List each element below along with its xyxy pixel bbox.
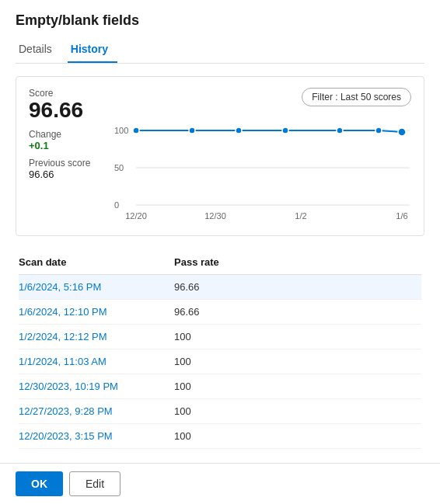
bottom-bar: OK Edit (0, 463, 440, 504)
tab-history[interactable]: History (68, 38, 117, 63)
svg-point-13 (282, 127, 288, 134)
score-label: Score (29, 88, 90, 99)
row-pass: 100 (174, 430, 299, 442)
svg-text:0: 0 (114, 200, 119, 210)
row-pass: 100 (174, 405, 299, 417)
edit-button[interactable]: Edit (69, 471, 120, 496)
row-date[interactable]: 1/2/2024, 12:12 PM (19, 331, 174, 342)
page-title: Empty/blank fields (16, 12, 424, 29)
svg-point-12 (236, 127, 242, 134)
row-date[interactable]: 1/6/2024, 5:16 PM (19, 281, 174, 293)
table-header: Scan date Pass rate (19, 252, 421, 275)
change-label: Change (29, 129, 90, 140)
col-pass-header: Pass rate (174, 256, 299, 268)
col-date-header: Scan date (19, 256, 174, 268)
score-value: 96.66 (29, 99, 90, 123)
prev-score-value: 96.66 (29, 169, 90, 180)
svg-point-10 (133, 127, 139, 134)
svg-point-16 (398, 128, 406, 136)
table-row: 1/1/2024, 11:03 AM 100 (19, 349, 421, 374)
row-date[interactable]: 12/30/2023, 10:19 PM (19, 381, 174, 392)
row-pass: 96.66 (174, 306, 299, 318)
svg-text:1/6: 1/6 (396, 211, 407, 221)
tab-details[interactable]: Details (16, 38, 61, 63)
row-pass: 100 (174, 356, 299, 367)
ok-button[interactable]: OK (16, 471, 63, 496)
table-row: 1/2/2024, 12:12 PM 100 (19, 325, 421, 349)
row-date[interactable]: 1/6/2024, 12:10 PM (19, 306, 174, 318)
svg-point-14 (337, 127, 343, 134)
row-date[interactable]: 1/1/2024, 11:03 AM (19, 356, 174, 367)
table-row: 12/27/2023, 9:28 PM 100 (19, 399, 421, 424)
filter-button[interactable]: Filter : Last 50 scores (302, 88, 411, 106)
svg-point-15 (375, 127, 382, 134)
svg-point-11 (189, 127, 195, 134)
table-row: 12/20/2023, 3:15 PM 100 (19, 424, 421, 449)
svg-text:12/30: 12/30 (204, 211, 226, 221)
row-pass: 96.66 (174, 281, 299, 293)
tabs: Details History (16, 38, 424, 64)
row-date[interactable]: 12/27/2023, 9:28 PM (19, 405, 174, 417)
score-section: Score 96.66 Change +0.1 Previous score 9… (29, 88, 90, 180)
svg-text:12/20: 12/20 (125, 211, 147, 221)
svg-text:1/2: 1/2 (295, 211, 306, 221)
prev-score-label: Previous score (29, 158, 90, 169)
row-pass: 100 (174, 381, 299, 392)
table-row: 12/30/2023, 10:19 PM 100 (19, 374, 421, 399)
line-chart: 100 50 0 12/20 12/30 1/2 1/6 (29, 186, 411, 228)
svg-text:50: 50 (114, 163, 124, 172)
history-table: Scan date Pass rate 1/6/2024, 5:16 PM 96… (16, 252, 424, 449)
change-value: +0.1 (29, 140, 90, 151)
table-row: 1/6/2024, 5:16 PM 96.66 (19, 275, 421, 300)
row-date[interactable]: 12/20/2023, 3:15 PM (19, 430, 174, 442)
row-pass: 100 (174, 331, 299, 342)
svg-text:100: 100 (114, 126, 128, 135)
table-row: 1/6/2024, 12:10 PM 96.66 (19, 300, 421, 325)
chart-card: Score 96.66 Change +0.1 Previous score 9… (16, 76, 424, 236)
